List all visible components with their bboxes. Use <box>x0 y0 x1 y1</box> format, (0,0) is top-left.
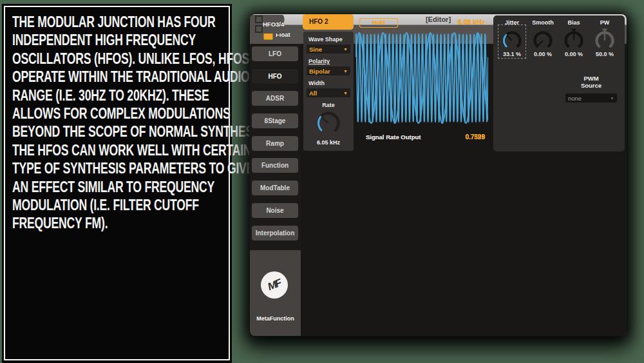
knob-value: 0.00 % <box>532 51 554 57</box>
knob-cell: Jitter 33.1 % <box>497 19 527 59</box>
frequency-display: 6.05 kHz <box>421 18 485 26</box>
sidebar-item-label: 8Stage <box>265 117 286 124</box>
knob-cell: PW 50.0 % <box>590 19 620 59</box>
sidebar-item[interactable]: Interpolation <box>252 226 298 240</box>
dropdown-select[interactable]: Bipolar ▼ <box>307 66 350 75</box>
sidebar-item-label: Function <box>261 162 289 169</box>
dropdown-label: Polarity <box>308 58 350 64</box>
caption-border: THE MODULAR JUNCTION HAS FOURINDEPENDENT… <box>4 6 230 360</box>
knob-label: PW <box>590 19 620 26</box>
knob-group: 50.0 % <box>592 26 618 57</box>
knob-value: 33.1 % <box>501 51 523 57</box>
knob[interactable] <box>563 26 585 52</box>
knob-cell: Smooth 0.00 % <box>528 19 558 59</box>
editor-window: [Editor] Float HFO1/2 HFO3/4 <box>250 14 627 336</box>
sidebar-item-label: LFO <box>269 50 281 57</box>
dropdown-value: Bipolar <box>309 68 343 75</box>
note-line: FREQUENCY FM). <box>12 214 234 232</box>
dropdown-group: Polarity Bipolar ▼ <box>307 58 350 75</box>
sidebar-item[interactable]: ADSR <box>252 91 298 106</box>
chevron-down-icon: ▼ <box>343 69 348 74</box>
knob-group: 33.1 % <box>499 26 525 57</box>
signal-rate-output-value: 0.7528 <box>421 133 485 141</box>
sidebar-item[interactable]: Ramp <box>252 136 298 151</box>
dropdown-group: Width All ▼ <box>307 80 350 97</box>
note-line: RANGE (I.E. 30HZ TO 20KHZ). THESE <box>12 86 234 104</box>
brand-name: MetaFunction <box>250 315 301 322</box>
note-line: TYPE OF SYNTHESIS PARAMETERS TO GIVE <box>12 159 234 177</box>
knobs-row: Jitter 33.1 % Smooth 0.00 <box>493 15 625 59</box>
knob[interactable] <box>501 26 523 52</box>
sidebar-item[interactable]: 8Stage <box>252 113 298 128</box>
dropdown-select[interactable]: Sine ▼ <box>307 44 350 54</box>
pwm-label-line1: PWM <box>565 75 617 82</box>
signal-rate-output-label: Signal Rate Output <box>366 133 421 141</box>
rate-block: Rate 6.05 kHz <box>307 102 350 146</box>
knob-cell: Bias 0.00 % <box>559 19 589 59</box>
chevron-down-icon: ▼ <box>343 47 348 52</box>
chevron-down-icon: ▼ <box>610 96 614 101</box>
hfo-controls-panel: Wave Shape Sine ▼ Polarity Bipolar <box>303 32 354 151</box>
sidebar-item-label: Noise <box>266 207 283 214</box>
metafunction-logo-icon: MF <box>261 271 288 299</box>
knob[interactable] <box>594 26 616 52</box>
sidebar-item[interactable]: HFO <box>252 69 298 84</box>
note-line: THE MODULAR JUNCTION HAS FOUR <box>12 13 234 31</box>
sidebar-items: LFO HFO ADSR 8Stage Ramp Function ModTab… <box>252 46 298 240</box>
caption-panel: THE MODULAR JUNCTION HAS FOURINDEPENDENT… <box>2 4 232 363</box>
note-line: OSCILLATORS (HFOS). UNLIKE LFOS, HFOS <box>12 50 234 68</box>
note-line: AN EFFECT SIMILAR TO FREQUENCY <box>12 178 234 196</box>
knob-group: 0.00 % <box>561 26 587 57</box>
note-line: ALLOWS FOR COMPLEX MODULATIONS <box>12 104 234 123</box>
sidebar: LFO HFO ADSR 8Stage Ramp Function ModTab… <box>250 44 301 250</box>
sidebar-item[interactable]: Noise <box>252 203 298 218</box>
pwm-label-line2: Source <box>565 82 617 89</box>
knob-label: Jitter <box>497 19 527 26</box>
sidebar-item-label: HFO <box>268 73 281 80</box>
pwm-source-value: none <box>568 95 610 102</box>
knob-value: 0.00 % <box>563 51 585 57</box>
dropdown-group-list: Wave Shape Sine ▼ Polarity Bipolar <box>307 36 350 97</box>
caption-text: THE MODULAR JUNCTION HAS FOURINDEPENDENT… <box>12 13 234 233</box>
dropdown-group: Wave Shape Sine ▼ <box>307 36 350 54</box>
hold-button[interactable]: Hold <box>359 18 398 28</box>
tab-label: HFO3/4 <box>263 21 284 28</box>
sidebar-item-label: Interpolation <box>256 230 295 237</box>
sidebar-item[interactable]: Function <box>252 158 298 173</box>
rate-label: Rate <box>307 102 350 108</box>
pwm-source-block: PWM Source none ▼ <box>565 75 617 103</box>
note-line: INDEPENDENT HIGH FREQUENCY <box>12 31 234 49</box>
hfo-title-button[interactable]: HFO 2 <box>303 14 354 30</box>
screenshot-stage: THE MODULAR JUNCTION HAS FOURINDEPENDENT… <box>0 0 644 363</box>
dropdown-value: All <box>309 90 343 97</box>
dropdown-label: Wave Shape <box>308 36 350 43</box>
sidebar-footer: MF MetaFunction <box>250 250 301 336</box>
sidebar-item-label: ModTable <box>260 184 290 191</box>
note-line: MODULATION (I.E. FILTER CUTOFF <box>12 196 234 214</box>
dropdown-value: Sine <box>309 46 343 53</box>
tab-hfo-pair[interactable]: HFO3/4 <box>250 15 284 34</box>
dropdown-select[interactable]: All ▼ <box>307 88 350 97</box>
sidebar-item-label: Ramp <box>266 140 284 147</box>
waveform-display <box>355 29 488 127</box>
knob[interactable] <box>532 26 554 52</box>
sidebar-item[interactable]: LFO <box>252 46 298 61</box>
knob-group: 0.00 % <box>530 26 556 57</box>
sidebar-item[interactable]: ModTable <box>252 181 298 195</box>
note-line: OPERATE WITHIN THE TRADITIONAL AUDIO <box>12 68 234 86</box>
chevron-down-icon: ▼ <box>343 91 348 95</box>
knob-label: Bias <box>559 19 589 26</box>
note-line: BEYOND THE SCOPE OF NORMAL SYNTHESIS. <box>12 123 234 141</box>
note-line: THE HFOS CAN WORK WELL WITH CERTAIN <box>12 141 234 159</box>
modulation-panel: Jitter 33.1 % Smooth 0.00 <box>493 15 625 152</box>
knob-label: Smooth <box>528 19 558 26</box>
rate-knob[interactable] <box>314 108 343 138</box>
pwm-source-select[interactable]: none ▼ <box>565 93 617 103</box>
rate-value: 6.05 kHz <box>307 139 350 146</box>
sidebar-item-label: ADSR <box>266 95 284 102</box>
hfo-section: HFO 2 Wave Shape Sine ▼ <box>303 14 625 152</box>
logo-glyph: MF <box>266 277 282 293</box>
knob-value: 50.0 % <box>594 51 616 57</box>
tab-squares-icon <box>255 15 263 33</box>
dropdown-label: Width <box>308 80 350 86</box>
